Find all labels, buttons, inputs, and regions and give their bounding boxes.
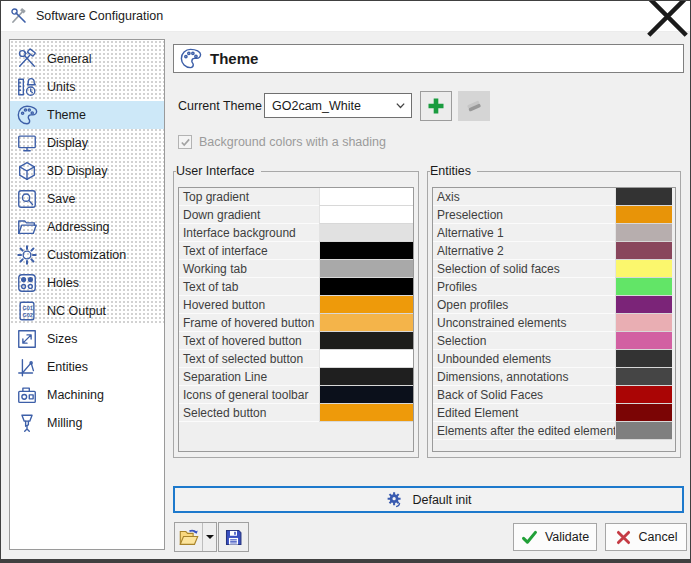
color-swatch[interactable] <box>319 206 413 224</box>
default-init-button[interactable]: Default init <box>173 486 684 513</box>
color-swatch[interactable] <box>319 188 413 206</box>
color-row-working-tab[interactable]: Working tab <box>179 260 413 278</box>
color-row-selection-of-solid-faces[interactable]: Selection of solid faces <box>433 260 675 278</box>
color-row-label: Hovered button <box>179 296 319 314</box>
color-swatch[interactable] <box>615 260 672 278</box>
color-swatch[interactable] <box>615 224 672 242</box>
open-theme-dropdown-arrow[interactable] <box>203 523 216 551</box>
units-icon <box>16 76 38 98</box>
monitor-icon <box>16 132 38 154</box>
sidebar-item-machining[interactable]: Machining <box>10 381 164 409</box>
color-swatch[interactable] <box>615 206 672 224</box>
palette-icon <box>16 104 38 126</box>
sidebar-item-general[interactable]: General <box>10 45 164 73</box>
color-row-top-gradient[interactable]: Top gradient <box>179 188 413 206</box>
color-row-selection[interactable]: Selection <box>433 332 675 350</box>
color-row-text-of-tab[interactable]: Text of tab <box>179 278 413 296</box>
shading-checkbox[interactable] <box>178 135 192 149</box>
color-swatch[interactable] <box>319 386 413 404</box>
save-theme-button[interactable] <box>218 522 249 552</box>
close-icon <box>645 0 690 39</box>
color-swatch[interactable] <box>615 278 672 296</box>
sidebar-item-entities[interactable]: Entities <box>10 353 164 381</box>
color-row-elements-after-the-edited-element[interactable]: Elements after the edited element <box>433 422 675 440</box>
color-row-interface-background[interactable]: Interface background <box>179 224 413 242</box>
color-row-label: Selection <box>433 332 615 350</box>
cross-icon <box>615 529 632 546</box>
sidebar-item-theme[interactable]: Theme <box>10 101 164 129</box>
color-swatch[interactable] <box>319 224 413 242</box>
color-swatch[interactable] <box>615 350 672 368</box>
color-row-axis[interactable]: Axis <box>433 188 675 206</box>
color-swatch[interactable] <box>319 332 413 350</box>
sidebar-list: GeneralUnitsThemeDisplay3D DisplaySaveAd… <box>10 40 164 437</box>
color-row-down-gradient[interactable]: Down gradient <box>179 206 413 224</box>
color-row-text-of-hovered-button[interactable]: Text of hovered button <box>179 332 413 350</box>
color-swatch[interactable] <box>615 404 672 422</box>
color-row-frame-of-hovered-button[interactable]: Frame of hovered button <box>179 314 413 332</box>
sidebar-item-save[interactable]: Save <box>10 185 164 213</box>
sidebar-item-milling[interactable]: Milling <box>10 409 164 437</box>
color-row-unconstrained-elements[interactable]: Unconstrained elements <box>433 314 675 332</box>
current-theme-select[interactable]: GO2cam_White <box>264 93 412 118</box>
color-row-unbounded-elements[interactable]: Unbounded elements <box>433 350 675 368</box>
current-theme-value: GO2cam_White <box>272 99 361 113</box>
entities-group-title: Entities <box>430 164 477 178</box>
open-theme-split-button[interactable] <box>174 522 217 552</box>
delete-theme-button[interactable] <box>458 91 490 121</box>
color-row-alternative-2[interactable]: Alternative 2 <box>433 242 675 260</box>
color-row-hovered-button[interactable]: Hovered button <box>179 296 413 314</box>
color-row-selected-button[interactable]: Selected button <box>179 404 413 422</box>
sidebar-item-units[interactable]: Units <box>10 73 164 101</box>
add-theme-button[interactable] <box>420 91 452 121</box>
color-row-alternative-1[interactable]: Alternative 1 <box>433 224 675 242</box>
color-swatch[interactable] <box>615 242 672 260</box>
cancel-button[interactable]: Cancel <box>605 523 687 551</box>
page-header: Theme <box>173 44 684 73</box>
color-swatch[interactable] <box>615 386 672 404</box>
software-configuration-window: Software Configuration GeneralUnitsTheme… <box>0 0 691 563</box>
sidebar-item-addressing[interactable]: Addressing <box>10 213 164 241</box>
cube-icon <box>16 160 38 182</box>
open-theme-button[interactable] <box>175 523 203 551</box>
color-swatch[interactable] <box>615 368 672 386</box>
color-swatch[interactable] <box>319 260 413 278</box>
sidebar-item-nc-output[interactable]: G01G02NC Output <box>10 297 164 325</box>
color-row-label: Open profiles <box>433 296 615 314</box>
color-row-edited-element[interactable]: Edited Element <box>433 404 675 422</box>
color-row-icons-of-general-toolbar[interactable]: Icons of general toolbar <box>179 386 413 404</box>
color-row-dimensions-annotations[interactable]: Dimensions, annotations <box>433 368 675 386</box>
color-row-text-of-selected-button[interactable]: Text of selected button <box>179 350 413 368</box>
color-row-label: Edited Element <box>433 404 615 422</box>
color-swatch[interactable] <box>615 422 672 440</box>
color-row-back-of-solid-faces[interactable]: Back of Solid Faces <box>433 386 675 404</box>
color-swatch[interactable] <box>615 296 672 314</box>
sidebar-item-display[interactable]: Display <box>10 129 164 157</box>
color-row-profiles[interactable]: Profiles <box>433 278 675 296</box>
color-row-text-of-interface[interactable]: Text of interface <box>179 242 413 260</box>
color-swatch[interactable] <box>615 188 672 206</box>
validate-button[interactable]: Validate <box>513 523 597 551</box>
sidebar-item-label: Holes <box>47 276 79 290</box>
color-row-preselection[interactable]: Preselection <box>433 206 675 224</box>
color-swatch[interactable] <box>615 332 672 350</box>
close-button[interactable] <box>645 1 690 31</box>
color-row-label: Selection of solid faces <box>433 260 615 278</box>
sidebar-item-sizes[interactable]: Sizes <box>10 325 164 353</box>
color-swatch[interactable] <box>615 314 672 332</box>
color-row-separation-line[interactable]: Separation Line <box>179 368 413 386</box>
color-row-open-profiles[interactable]: Open profiles <box>433 296 675 314</box>
sidebar-item-label: Machining <box>47 388 104 402</box>
color-swatch[interactable] <box>319 350 413 368</box>
color-swatch[interactable] <box>319 296 413 314</box>
color-row-label: Text of selected button <box>179 350 319 368</box>
cancel-label: Cancel <box>639 530 678 544</box>
color-swatch[interactable] <box>319 404 413 422</box>
color-swatch[interactable] <box>319 314 413 332</box>
sidebar-item-3d-display[interactable]: 3D Display <box>10 157 164 185</box>
color-swatch[interactable] <box>319 278 413 296</box>
color-swatch[interactable] <box>319 242 413 260</box>
color-swatch[interactable] <box>319 368 413 386</box>
sidebar-item-holes[interactable]: Holes <box>10 269 164 297</box>
sidebar-item-customization[interactable]: Customization <box>10 241 164 269</box>
